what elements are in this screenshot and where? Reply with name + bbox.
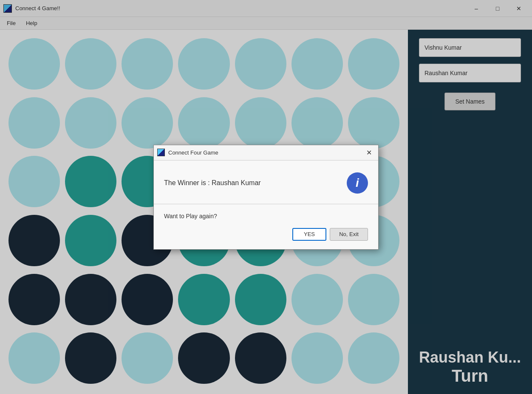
dialog-close-button[interactable]: ✕ [363, 147, 375, 158]
dialog-message-row: The Winner is : Raushan Kumar i [164, 172, 368, 194]
yes-button[interactable]: YES [292, 228, 326, 241]
dialog-title: Connect Four Game [168, 149, 363, 156]
dialog-body: The Winner is : Raushan Kumar i Want to … [154, 160, 378, 249]
dialog-app-icon [157, 149, 165, 156]
no-exit-button[interactable]: No, Exit [330, 228, 368, 241]
info-icon: i [347, 172, 368, 194]
dialog-title-bar: Connect Four Game ✕ [154, 145, 378, 160]
dialog-overlay: Connect Four Game ✕ The Winner is : Raus… [0, 0, 532, 394]
dialog-buttons: YES No, Exit [164, 228, 368, 241]
dialog-prompt: Want to Play again? [164, 213, 368, 220]
dialog-message: The Winner is : Raushan Kumar [164, 179, 338, 187]
dialog-divider [154, 204, 378, 204]
dialog: Connect Four Game ✕ The Winner is : Raus… [153, 145, 379, 250]
